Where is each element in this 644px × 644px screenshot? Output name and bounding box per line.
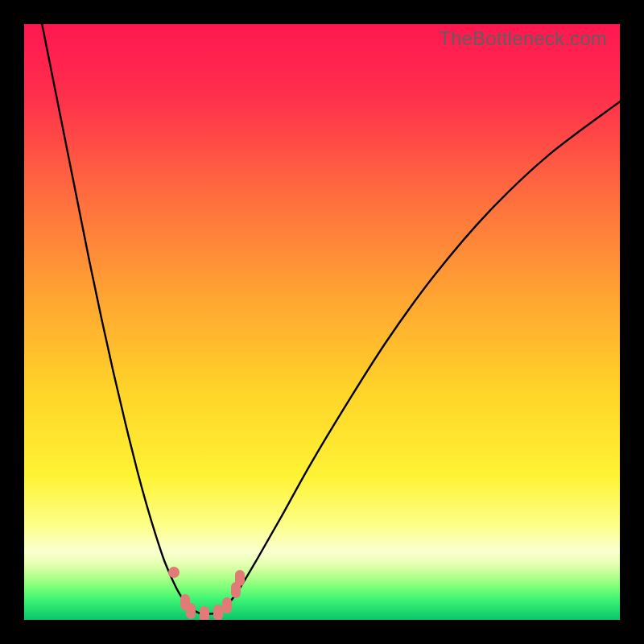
- data-marker-3: [200, 606, 209, 620]
- curve-layer: [24, 24, 620, 620]
- data-marker-2: [186, 603, 196, 619]
- chart-frame: TheBottleneck.com: [0, 0, 644, 644]
- data-marker-0: [168, 567, 180, 578]
- data-marker-5: [222, 597, 232, 613]
- plot-area: TheBottleneck.com: [24, 24, 620, 620]
- data-marker-7: [235, 570, 245, 586]
- bottleneck-curve: [42, 24, 620, 614]
